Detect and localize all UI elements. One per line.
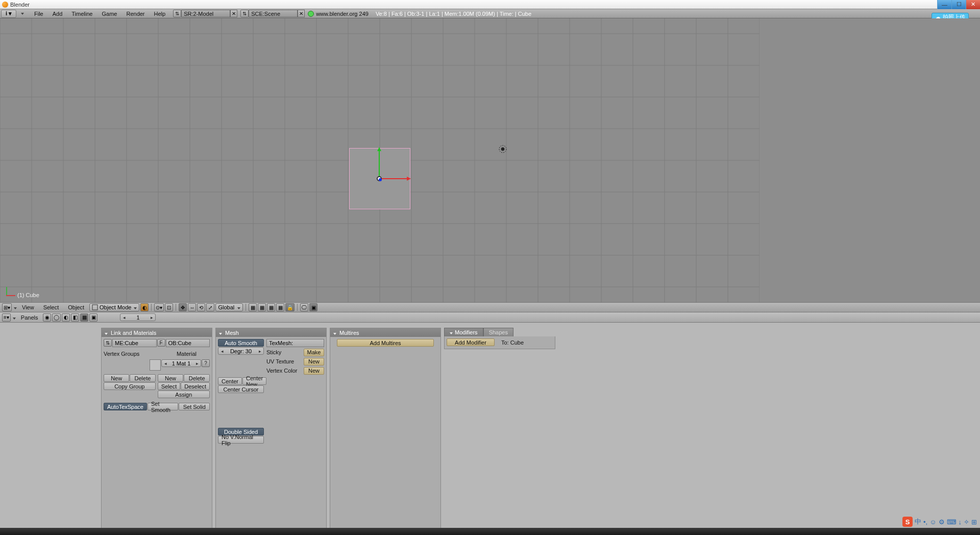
f-button[interactable]: F xyxy=(157,339,165,347)
scene-clear-button[interactable]: ✕ xyxy=(298,10,305,17)
context-shading-button[interactable]: ◐ xyxy=(62,313,70,322)
add-multires-button[interactable]: Add Multires xyxy=(337,339,434,347)
ime-skin-button[interactable]: ↓ xyxy=(959,518,962,526)
lamp-object-icon[interactable] xyxy=(497,143,509,155)
tab-shapes[interactable]: Shapes xyxy=(483,328,513,336)
link-url-text[interactable]: www.blender.org 249 xyxy=(314,11,371,17)
mat-next[interactable]: ▸ xyxy=(193,361,201,366)
auto-smooth-button[interactable]: Auto Smooth xyxy=(218,339,264,347)
viewport-menu-object[interactable]: Object xyxy=(64,304,88,310)
mat-index-value[interactable]: 1 Mat 1 xyxy=(169,360,193,367)
context-logic-button[interactable]: ◉ xyxy=(43,313,51,322)
render-border-button[interactable]: ▣ xyxy=(309,303,317,311)
viewport-menu-view[interactable]: View xyxy=(18,304,38,310)
orientation-dropdown[interactable]: Global xyxy=(215,303,243,311)
ime-menu-button[interactable]: ⊞ xyxy=(971,518,977,526)
frame-spinner[interactable]: ◂ 1 ▸ xyxy=(120,313,156,321)
frame-prev-button[interactable]: ◂ xyxy=(120,315,128,320)
layer-button-1[interactable]: ▦ xyxy=(249,303,257,311)
degr-spinner[interactable]: ◂Degr: 30▸ xyxy=(218,347,264,355)
me-name-input[interactable]: ME:Cube xyxy=(112,339,157,347)
ob-name-input[interactable]: OB:Cube xyxy=(166,339,210,347)
mode-select-dropdown[interactable]: Object Mode xyxy=(89,303,139,311)
vg-delete-button[interactable]: Delete xyxy=(130,374,155,382)
material-index-spinner[interactable]: ◂ 1 Mat 1 ▸ xyxy=(161,359,201,367)
tab-modifiers[interactable]: Modifiers xyxy=(444,328,483,336)
manipulator-translate-button[interactable]: ↔ xyxy=(188,303,196,311)
center-button[interactable]: Center xyxy=(218,377,242,385)
buttons-collapse-icon[interactable] xyxy=(12,314,16,321)
mat-help-button[interactable]: ? xyxy=(202,359,210,367)
mat-assign-button[interactable]: Assign xyxy=(158,391,210,398)
layout-browse-button[interactable]: ⇅ xyxy=(173,10,181,17)
panel-link-materials-header[interactable]: Link and Materials xyxy=(102,328,212,337)
set-smooth-button[interactable]: Set Smooth xyxy=(148,403,179,410)
menu-help[interactable]: Help xyxy=(150,10,170,18)
scene-browse-button[interactable]: ⇅ xyxy=(240,10,249,17)
center-new-button[interactable]: Center New xyxy=(242,377,266,385)
context-script-button[interactable]: ◯ xyxy=(52,313,61,322)
menu-file[interactable]: File xyxy=(30,10,48,18)
layer-button-3[interactable]: ▦ xyxy=(267,303,275,311)
copy-group-button[interactable]: Copy Group xyxy=(104,382,156,390)
window-maximize-button[interactable]: ☐ xyxy=(951,0,966,9)
ime-tool-button[interactable]: ✧ xyxy=(964,518,969,526)
viewport-collapse-icon[interactable] xyxy=(13,304,17,310)
ime-settings-button[interactable]: ⚙ xyxy=(939,518,945,526)
context-editing-button[interactable]: ▦ xyxy=(80,313,88,322)
mat-select-button[interactable]: Select xyxy=(158,382,181,390)
shading-button[interactable]: ◐ xyxy=(140,303,149,311)
panel-mesh-header[interactable]: Mesh xyxy=(216,328,326,337)
viewport-menu-select[interactable]: Select xyxy=(39,304,63,310)
ime-emoji-button[interactable]: ☺ xyxy=(929,518,936,526)
mat-deselect-button[interactable]: Deselect xyxy=(181,382,210,390)
scene-name-input[interactable]: SCE:Scene xyxy=(249,10,298,17)
windows-taskbar[interactable] xyxy=(0,528,980,535)
add-modifier-button[interactable]: Add Modifier xyxy=(447,338,495,346)
panel-multires-header[interactable]: Multires xyxy=(330,328,440,337)
gizmo-origin[interactable] xyxy=(377,176,382,181)
mat-prev[interactable]: ◂ xyxy=(162,361,169,366)
ime-logo-icon[interactable]: S xyxy=(902,517,913,527)
layer-button-2[interactable]: ▦ xyxy=(258,303,266,311)
uv-new-button[interactable]: New xyxy=(304,358,324,366)
context-object-button[interactable]: ◧ xyxy=(71,313,79,322)
collapse-menu-icon[interactable] xyxy=(18,13,26,15)
frame-next-button[interactable]: ▸ xyxy=(148,315,155,320)
manipulator-scale-button[interactable]: ⤢ xyxy=(206,303,214,311)
gizmo-x-axis[interactable] xyxy=(379,178,408,179)
editor-type-button[interactable]: i ▾ xyxy=(1,10,16,18)
pivot-button[interactable]: ⊙▾ xyxy=(154,303,164,311)
window-close-button[interactable]: ✕ xyxy=(966,0,980,9)
context-scene-button[interactable]: ▣ xyxy=(89,313,97,322)
menu-game[interactable]: Game xyxy=(97,10,121,18)
pivot-individual-button[interactable]: ⊡ xyxy=(165,303,173,311)
manipulator-toggle-button[interactable]: ✥ xyxy=(179,303,187,311)
ime-lang-button[interactable]: 中 xyxy=(915,517,921,526)
window-minimize-button[interactable]: — xyxy=(937,0,951,9)
mat-new-button[interactable]: New xyxy=(158,374,184,382)
center-cursor-button[interactable]: Center Cursor xyxy=(218,385,264,393)
menu-timeline[interactable]: Timeline xyxy=(67,10,97,18)
render-preview-button[interactable]: 🖵 xyxy=(300,303,308,311)
autotexspace-button[interactable]: AutoTexSpace xyxy=(104,403,147,410)
no-vnormal-flip-button[interactable]: No V.Normal Flip xyxy=(218,436,264,444)
me-browse-button[interactable]: ⇅ xyxy=(104,339,112,347)
layout-clear-button[interactable]: ✕ xyxy=(230,10,237,17)
menu-render[interactable]: Render xyxy=(121,10,149,18)
material-swatch[interactable] xyxy=(150,359,161,371)
frame-value[interactable]: 1 xyxy=(128,314,148,321)
manipulator-rotate-button[interactable]: ⟲ xyxy=(197,303,205,311)
sticky-make-button[interactable]: Make xyxy=(304,349,324,356)
editor-type-3dview-button[interactable]: ⊞▾ xyxy=(2,303,12,311)
menu-add[interactable]: Add xyxy=(48,10,67,18)
editor-type-buttons-button[interactable]: ≡▾ xyxy=(2,313,11,322)
vcol-new-button[interactable]: New xyxy=(304,367,324,375)
vg-new-button[interactable]: New xyxy=(104,374,129,382)
texmesh-input[interactable]: TexMesh: xyxy=(266,339,324,347)
mat-delete-button[interactable]: Delete xyxy=(184,374,210,382)
lock-layers-button[interactable]: 🔒 xyxy=(285,303,295,311)
transform-gizmo[interactable] xyxy=(374,174,384,184)
set-solid-button[interactable]: Set Solid xyxy=(179,403,210,410)
layer-button-4[interactable]: ▦ xyxy=(276,303,284,311)
